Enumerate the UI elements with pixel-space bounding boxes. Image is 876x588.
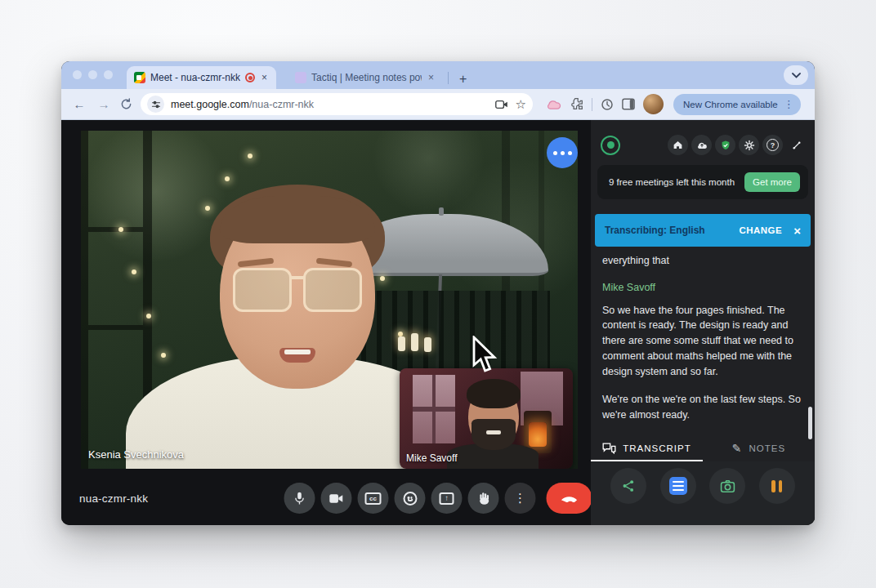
meet-page: Ksenia Svechnikova Mike Savoff nua-czmr-…: [61, 120, 815, 525]
recording-indicator-icon: [245, 73, 255, 82]
help-button[interactable]: ?: [762, 135, 783, 155]
cloud-extension-icon[interactable]: [546, 99, 561, 110]
panel-scrollbar[interactable]: [808, 407, 812, 439]
settings-gear-button[interactable]: [739, 135, 759, 155]
tactiq-header: ?: [591, 120, 815, 155]
zoom-window-button[interactable]: [104, 70, 113, 79]
transcribing-label: Transcribing: English: [605, 225, 731, 236]
document-icon: [669, 477, 687, 495]
tab-notes[interactable]: ✎ NOTES: [703, 435, 815, 461]
tab-title: Tactiq | Meeting notes powe: [311, 72, 422, 83]
extensions-puzzle-icon[interactable]: [570, 97, 583, 111]
participant-name-label: Ksenia Svechnikova: [88, 448, 184, 461]
glasses: [233, 268, 292, 312]
camera-button[interactable]: [321, 483, 352, 514]
site-settings-icon[interactable]: [147, 96, 164, 113]
forward-button[interactable]: →: [96, 97, 112, 111]
tab-transcript[interactable]: TRANSCRIPT: [591, 435, 703, 461]
close-tab-button[interactable]: ×: [260, 73, 269, 82]
transcript-line: So we have the four pages finished. The …: [602, 303, 803, 380]
captions-button[interactable]: cc: [358, 483, 389, 514]
transcript-speaker: Mike Savoff: [602, 280, 803, 296]
window-controls[interactable]: [73, 70, 113, 79]
pencil-icon: ✎: [732, 442, 743, 455]
open-document-button[interactable]: [660, 468, 696, 504]
profile-avatar[interactable]: [643, 94, 664, 114]
pip-name-label: Mike Savoff: [406, 452, 457, 464]
home-button[interactable]: [668, 135, 688, 155]
free-meetings-banner: 9 free meetings left this month Get more: [597, 165, 808, 199]
pause-icon: [771, 480, 782, 492]
tab-strip: Meet - nua-czmr-nkk × Tactiq | Meeting n…: [61, 61, 815, 89]
panel-tabs: TRANSCRIPT ✎ NOTES: [591, 435, 815, 461]
reactions-button[interactable]: [395, 483, 426, 514]
transcript-line: We're on the we're on the last few steps…: [602, 392, 803, 423]
pause-transcription-button[interactable]: [759, 468, 795, 504]
browser-window: Meet - nua-czmr-nkk × Tactiq | Meeting n…: [61, 61, 815, 525]
get-more-button[interactable]: Get more: [744, 172, 800, 192]
transcript-chat-icon: [602, 443, 616, 454]
tactiq-panel: ? 9 free meetings left this month Get mo…: [591, 120, 815, 525]
address-bar[interactable]: meet.google.com/nua-czmr-nkk ☆: [141, 93, 533, 115]
present-button[interactable]: ↑: [431, 483, 463, 514]
transcribing-bar: Transcribing: English CHANGE ×: [595, 214, 811, 247]
meeting-code-label: nua-czmr-nkk: [79, 492, 148, 505]
more-options-button[interactable]: ⋮: [505, 483, 536, 514]
popout-button[interactable]: [786, 135, 807, 155]
cloud-upload-button[interactable]: [691, 135, 712, 155]
reload-button[interactable]: [120, 98, 132, 110]
microphone-button[interactable]: [284, 483, 315, 514]
change-language-button[interactable]: CHANGE: [739, 225, 782, 235]
close-transcribing-bar-button[interactable]: ×: [793, 224, 801, 238]
tactiq-logo-icon: [601, 136, 620, 155]
bookmark-star-button[interactable]: ☆: [516, 97, 526, 112]
back-button[interactable]: ←: [71, 97, 87, 111]
transcript-list[interactable]: everything that Mike Savoff So we have t…: [591, 247, 815, 435]
tab-tactiq[interactable]: Tactiq | Meeting notes powe ×: [288, 66, 443, 89]
new-tab-button[interactable]: +: [455, 73, 471, 86]
browser-extension-icon[interactable]: [601, 98, 614, 111]
tactiq-favicon-icon: [295, 72, 306, 83]
mouse-cursor: [472, 336, 506, 376]
meet-favicon-icon: [134, 72, 145, 83]
transcript-line: everything that: [602, 253, 803, 269]
raise-hand-button[interactable]: [468, 483, 499, 514]
end-call-button[interactable]: [547, 483, 592, 514]
tab-search-chevron-button[interactable]: [784, 65, 808, 85]
tactiq-action-bar: [591, 461, 815, 525]
banner-text: 9 free meetings left this month: [606, 176, 738, 189]
screenshot-button[interactable]: [709, 468, 745, 504]
privacy-shield-icon[interactable]: [715, 135, 735, 155]
minimize-window-button[interactable]: [88, 70, 97, 79]
tab-title: Meet - nua-czmr-nkk: [150, 72, 240, 83]
browser-menu-icon[interactable]: ⋮: [784, 98, 794, 110]
smiley-icon: [403, 492, 417, 506]
chat-bubble-icon[interactable]: [547, 137, 578, 168]
main-video-tile: Ksenia Svechnikova Mike Savoff: [81, 131, 578, 469]
side-panel-icon[interactable]: [622, 98, 635, 110]
close-tab-button[interactable]: ×: [427, 73, 436, 82]
camera-permission-icon[interactable]: [495, 100, 508, 109]
share-button[interactable]: [610, 468, 646, 504]
pip-video-tile[interactable]: Mike Savoff: [400, 368, 573, 469]
close-window-button[interactable]: [73, 70, 82, 79]
tab-meet[interactable]: Meet - nua-czmr-nkk ×: [127, 66, 276, 89]
url-text: meet.google.com/nua-czmr-nkk: [171, 99, 489, 110]
browser-toolbar: ← → meet.google.com/nua-czmr-nkk ☆: [61, 89, 815, 120]
chrome-update-button[interactable]: New Chrome available ⋮: [673, 94, 801, 115]
toolbar-divider: [592, 98, 592, 111]
tab-divider: [448, 72, 449, 84]
